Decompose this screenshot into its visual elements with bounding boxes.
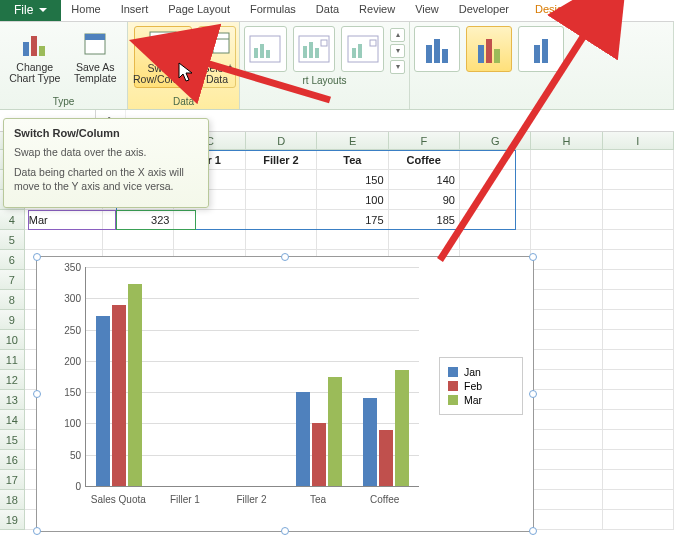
cell[interactable] [531,410,602,430]
chart-bar[interactable] [128,284,142,486]
cell[interactable]: 100 [317,190,388,210]
chart-bar[interactable] [112,305,126,486]
embedded-chart[interactable]: 050100150200250300350Sales QuotaFiller 1… [36,256,534,532]
row-header[interactable]: 12 [0,370,25,390]
cell[interactable]: 90 [389,190,460,210]
cell[interactable] [531,390,602,410]
cell[interactable]: 185 [389,210,460,230]
col-header[interactable]: D [246,132,317,149]
tab-home[interactable]: Home [61,0,110,21]
chart-bar[interactable] [379,430,393,486]
tab-design[interactable]: Design [525,0,579,21]
cell[interactable] [603,230,674,250]
cell[interactable] [603,250,674,270]
tab-more[interactable]: L [579,0,605,21]
style-3[interactable] [518,26,564,72]
chart-bar[interactable] [395,370,409,486]
cell[interactable] [460,210,531,230]
row-header[interactable]: 15 [0,430,25,450]
style-2[interactable] [466,26,512,72]
cell[interactable] [460,150,531,170]
row-header[interactable]: 11 [0,350,25,370]
cell[interactable]: 140 [389,170,460,190]
layout-1[interactable] [244,26,287,72]
row-header[interactable]: 16 [0,450,25,470]
cell[interactable]: 175 [317,210,388,230]
gallery-scroll[interactable]: ▴▾▾ [390,28,405,74]
cell[interactable] [389,230,460,250]
cell[interactable] [531,170,602,190]
cell[interactable] [603,370,674,390]
cell[interactable] [531,290,602,310]
col-header[interactable]: F [389,132,460,149]
cell[interactable]: 323 [103,210,174,230]
row-header[interactable]: 17 [0,470,25,490]
row-header[interactable]: 13 [0,390,25,410]
cell[interactable] [531,510,602,530]
cell[interactable]: Mar [25,210,103,230]
cell[interactable] [603,210,674,230]
cell[interactable] [460,170,531,190]
chart-bar[interactable] [328,377,342,487]
cell[interactable] [246,190,317,210]
select-data-button[interactable]: Select Data [198,26,236,88]
row-header[interactable]: 7 [0,270,25,290]
cell[interactable] [246,170,317,190]
cell[interactable] [531,450,602,470]
cell[interactable] [531,350,602,370]
cell[interactable] [603,430,674,450]
row-header[interactable]: 9 [0,310,25,330]
cell[interactable] [531,430,602,450]
cell[interactable] [603,330,674,350]
cell[interactable] [603,470,674,490]
row-header[interactable]: 8 [0,290,25,310]
cell[interactable] [603,170,674,190]
cell[interactable] [103,230,174,250]
cell[interactable] [603,410,674,430]
cell[interactable] [531,490,602,510]
col-header[interactable]: I [603,132,674,149]
cell[interactable] [174,230,245,250]
tab-data[interactable]: Data [306,0,349,21]
cell[interactable]: Tea [317,150,388,170]
cell[interactable] [603,190,674,210]
cell[interactable] [531,150,602,170]
col-header[interactable]: G [460,132,531,149]
row-header[interactable]: 18 [0,490,25,510]
cell[interactable] [603,310,674,330]
cell[interactable] [603,290,674,310]
layout-2[interactable] [293,26,336,72]
cell[interactable] [603,350,674,370]
cell[interactable]: 150 [317,170,388,190]
change-chart-type-button[interactable]: Change Chart Type [6,26,63,86]
chart-legend[interactable]: Jan Feb Mar [439,357,523,415]
tab-developer[interactable]: Developer [449,0,519,21]
cell[interactable] [531,210,602,230]
cell[interactable] [317,230,388,250]
chart-bar[interactable] [296,392,310,486]
style-1[interactable] [414,26,460,72]
tab-view[interactable]: View [405,0,449,21]
cell[interactable] [531,370,602,390]
cell[interactable] [603,150,674,170]
cell[interactable] [531,310,602,330]
cell[interactable] [246,230,317,250]
plot-area[interactable]: 050100150200250300350Sales QuotaFiller 1… [49,267,423,505]
tab-page-layout[interactable]: Page Layout [158,0,240,21]
row-header[interactable]: 19 [0,510,25,530]
row-header[interactable]: 14 [0,410,25,430]
cell[interactable] [460,230,531,250]
cell[interactable] [25,230,103,250]
col-header[interactable]: E [317,132,388,149]
chart-bar[interactable] [96,316,110,486]
cell[interactable] [460,190,531,210]
cell[interactable] [603,450,674,470]
cell[interactable]: Coffee [389,150,460,170]
cell[interactable] [603,270,674,290]
cell[interactable] [174,210,245,230]
cell[interactable] [531,330,602,350]
tab-formulas[interactable]: Formulas [240,0,306,21]
row-header[interactable]: 4 [0,210,25,230]
cell[interactable] [531,270,602,290]
chart-bar[interactable] [312,423,326,486]
